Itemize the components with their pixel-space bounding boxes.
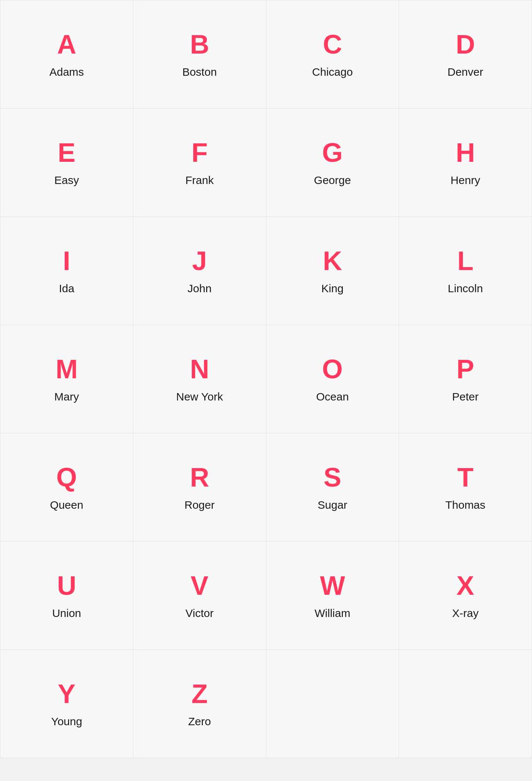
word-h: Henry [451,175,480,186]
cell-w: WWilliam [266,542,399,650]
word-w: William [315,608,351,619]
word-p: Peter [452,391,479,402]
word-a: Adams [50,66,84,78]
letter-h: H [456,139,475,166]
word-b: Boston [182,66,216,78]
word-g: George [314,175,351,186]
letter-x: X [457,572,474,599]
cell-y: YYoung [0,650,133,758]
cell-j: JJohn [133,217,266,325]
letter-r: R [190,464,209,491]
letter-l: L [457,248,474,274]
word-x: X-ray [452,608,479,619]
word-m: Mary [54,391,79,402]
cell-u: UUnion [0,542,133,650]
letter-z: Z [191,681,208,707]
letter-w: W [320,572,345,599]
cell-empty-0 [266,650,399,758]
cell-i: IIda [0,217,133,325]
cell-k: KKing [266,217,399,325]
letter-k: K [323,248,342,274]
letter-d: D [456,31,475,58]
word-y: Young [51,716,82,727]
word-j: John [188,283,212,294]
cell-g: GGeorge [266,109,399,217]
letter-i: I [63,248,70,274]
letter-p: P [457,356,474,382]
word-v: Victor [185,608,214,619]
word-k: King [321,283,344,294]
word-q: Queen [50,499,83,511]
word-d: Denver [447,66,483,78]
letter-n: N [190,356,209,382]
cell-c: CChicago [266,0,399,109]
word-t: Thomas [445,499,485,511]
letter-s: S [324,464,341,491]
letter-f: F [191,139,208,166]
cell-z: ZZero [133,650,266,758]
cell-t: TThomas [399,433,532,542]
cell-b: BBoston [133,0,266,109]
letter-g: G [322,139,343,166]
letter-e: E [58,139,75,166]
cell-x: XX-ray [399,542,532,650]
word-z: Zero [188,716,211,727]
letter-u: U [57,572,76,599]
letter-v: V [191,572,208,599]
cell-o: OOcean [266,325,399,433]
cell-s: SSugar [266,433,399,542]
letter-c: C [323,31,342,58]
cell-d: DDenver [399,0,532,109]
letter-q: Q [56,464,77,491]
word-r: Roger [184,499,215,511]
cell-r: RRoger [133,433,266,542]
cell-empty-1 [399,650,532,758]
cell-f: FFrank [133,109,266,217]
cell-e: EEasy [0,109,133,217]
word-s: Sugar [318,499,347,511]
letter-t: T [457,464,474,491]
cell-p: PPeter [399,325,532,433]
alphabet-grid: AAdamsBBostonCChicagoDDenverEEasyFFrankG… [0,0,532,758]
word-u: Union [52,608,81,619]
word-e: Easy [54,175,79,186]
letter-a: A [57,31,76,58]
word-o: Ocean [316,391,349,402]
cell-v: VVictor [133,542,266,650]
cell-q: QQueen [0,433,133,542]
cell-h: HHenry [399,109,532,217]
word-c: Chicago [312,66,353,78]
letter-b: B [190,31,209,58]
cell-m: MMary [0,325,133,433]
letter-o: O [322,356,343,382]
cell-l: LLincoln [399,217,532,325]
letter-m: M [55,356,78,382]
word-l: Lincoln [448,283,483,294]
word-i: Ida [59,283,75,294]
letter-y: Y [58,681,75,707]
cell-n: NNew York [133,325,266,433]
word-f: Frank [185,175,214,186]
cell-a: AAdams [0,0,133,109]
word-n: New York [176,391,223,402]
letter-j: J [192,248,207,274]
